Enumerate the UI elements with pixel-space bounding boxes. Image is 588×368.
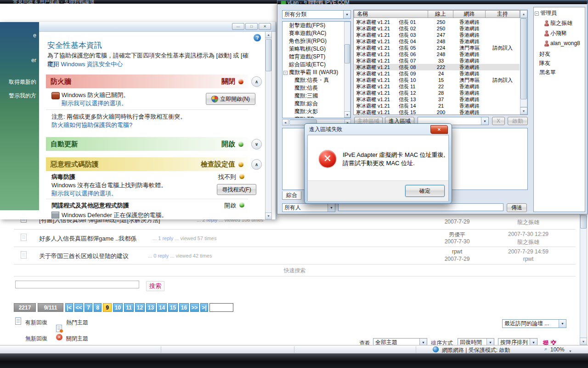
tree-child-item[interactable]: 魔獸:火影 [283,108,351,115]
current-page-button[interactable]: 9 [103,303,112,312]
game-row[interactable]: 寒冰霸權 v1.21信長 1337香港網路 [354,96,520,103]
column-header-online[interactable]: 線上 [428,10,453,18]
recent-forums-dropdown[interactable]: 最近訪問的論壇 ... [502,319,566,328]
column-header-host[interactable]: 主持 [485,10,520,18]
roster-group[interactable]: 黑名單 [534,69,585,76]
security-center-link[interactable]: 使用 Windows 資訊安全中心 [47,60,123,69]
topic-row[interactable]: 关于帝国三酋长区难以登陆的建议 ... 0 reply ... viewed 4… [0,247,577,264]
send-button[interactable]: 傳送 [507,203,527,212]
topic-title[interactable]: 好多人入信長真區都彈game ..我都係 [39,235,136,243]
column-header-name[interactable]: 名稱 [354,10,428,18]
chat-tab-general[interactable]: 綜合 [282,191,301,200]
roster-admin[interactable]: alan_wong8 [534,40,585,47]
game-row[interactable]: 寒冰霸權 v1.21信長 1421香港網路 [354,103,520,109]
sidebar-link-fragment[interactable]: er [31,57,36,63]
topic-last-user[interactable]: 龍之振雄 [501,218,556,226]
game-row[interactable]: 寒冰霸權 v1.21信長 1122香港網路 [354,83,520,90]
roster-root[interactable]: − 管理員 [534,9,585,17]
tree-item[interactable]: 賽車遊戲(RAC) [283,29,351,37]
dialog-close-button[interactable] [430,125,448,134]
roster-admin[interactable]: 龍之振雄 [534,19,585,27]
scroll-down-button[interactable] [344,111,351,118]
topic-author[interactable]: rpwt [432,248,482,255]
sidebar-link-fragment[interactable]: e [33,32,36,39]
roster-group[interactable]: 好友 [534,50,585,58]
security-window-titlebar[interactable]: 中心 [0,22,276,32]
chat-input[interactable] [338,203,503,211]
game-row[interactable]: 寒冰霸權 v1.21信長 06248香港網路 [354,51,520,58]
tree-child-item[interactable]: 魔獸:信長 [283,84,351,92]
tree-item[interactable]: 體育遊戲(SPT) [283,53,351,61]
tree-scrollbar[interactable] [344,22,351,118]
tree-child-item[interactable]: 魔獸:綜合 [283,100,351,108]
tree-item[interactable]: 綜合區域(ETC) [283,61,351,69]
topic-last-user[interactable]: 龍之振雄 [501,238,556,246]
malware-section-header[interactable]: 惡意程式碼防護 檢查設定值 [46,157,248,171]
page-button[interactable]: 12 [135,303,145,312]
category-dropdown[interactable]: 所有分類 [282,10,351,19]
expand-auto-update-button[interactable] [251,139,262,150]
collapse-malware-button[interactable] [251,159,262,170]
collapse-firewall-button[interactable] [251,76,262,87]
scroll-up-button[interactable] [520,10,527,18]
scrollbar-thumb[interactable] [266,39,271,71]
quick-search-input[interactable] [15,281,139,288]
page-button[interactable]: 7 [85,303,92,312]
game-row[interactable]: 寒冰霸權 v1.21信長 01250香港網路 [354,19,520,25]
game-row[interactable]: 寒冰霸權 v1.21信長 04248香港網路 [354,38,520,45]
collapse-node-icon[interactable]: − [283,71,288,75]
tree-item-expanded[interactable]: − 魔獸爭霸 III (WAR3) [283,69,351,76]
vlan-titlebar[interactable]: vLan - 互聯對戰 IPVE.COM [277,0,587,4]
collapse-node-icon[interactable]: − [535,12,539,16]
first-page-button[interactable]: |< [65,303,73,312]
page-button[interactable]: 16 [179,303,189,312]
prev-page-button[interactable]: << [74,303,83,312]
topic-row[interactable]: 好多人入信長真區都彈game ..我都係 ... 1 reply ... vie… [0,229,577,247]
scroll-down-button[interactable] [580,338,587,345]
page-button[interactable]: 13 [146,303,156,312]
maximize-button[interactable] [245,23,258,30]
game-row[interactable]: 寒冰霸權 v1.21信長 02250香港網路 [354,25,520,32]
find-program-button[interactable]: 尋找程式(F) [217,184,256,195]
scroll-left-button[interactable] [282,119,288,126]
enable-firewall-button[interactable]: 立即開啟(N) [206,93,255,105]
game-row-selected[interactable]: 寒冰霸權 v1.21信長 08222香港網路 [354,64,520,70]
column-header-network[interactable]: 網路 [453,10,486,18]
game-row[interactable]: 寒冰霸權 v1.21信長 1228香港網路 [354,90,520,96]
scrollbar-thumb[interactable] [520,18,527,99]
minimize-button[interactable] [232,23,244,30]
clear-button[interactable]: X [492,117,505,125]
sidebar-link-fragment[interactable]: 警示我的方 [9,92,36,100]
roster-admin[interactable]: 小飛豬 [534,29,585,37]
sidebar-link-fragment[interactable]: 取得最新的 [9,78,36,86]
help-icon[interactable]: ? [254,34,261,41]
tree-item[interactable]: 角色扮演(RPG) [283,37,351,45]
last-page-button[interactable]: >| [200,303,208,312]
virus-options-link[interactable]: 顯示我可以選擇的選項。 [51,190,117,198]
topic-author[interactable]: 男優平 [432,231,482,239]
page-button[interactable]: 8 [94,303,102,312]
scroll-up-button[interactable] [265,31,272,38]
game-row[interactable]: 寒冰霸權 v1.21信長 15200香港網路 [354,109,520,115]
tree-item[interactable]: 射擊遊戲(FPS) [283,22,351,29]
chat-target-dropdown[interactable]: 所有人 [282,203,335,212]
page-button[interactable]: 15 [168,303,178,312]
scroll-down-button[interactable] [520,107,527,115]
search-button[interactable]: 搜索 [146,281,164,291]
tree-child-item[interactable]: 魔獸:TD [283,115,351,118]
topic-last-user[interactable]: rpwt [501,256,556,262]
firewall-options-link[interactable]: 顯示我可以選擇的選項。 [62,99,127,108]
zoom-level[interactable]: 100% [550,346,565,353]
game-row[interactable]: 寒冰霸權 v1.21信長 0924香港網路 [354,70,520,77]
tree-child-item[interactable]: 魔獸:信長・真 [283,76,351,84]
next-page-button[interactable]: >> [190,303,199,312]
game-row[interactable]: 寒冰霸權 v1.21信長 05224澳門專區請勿誤入 [354,45,520,51]
page-button[interactable]: 14 [157,303,167,312]
page-button[interactable]: 11 [124,303,134,312]
game-row[interactable]: 寒冰霸權 v1.21信長 1015澳門專區請勿誤入 [354,77,520,83]
scroll-down-button[interactable] [265,213,272,219]
page-button[interactable]: 10 [113,303,123,312]
goto-page-input[interactable] [209,303,233,312]
tree-child-item[interactable]: 魔獸:三國 [283,92,351,100]
close-button[interactable] [259,23,271,30]
